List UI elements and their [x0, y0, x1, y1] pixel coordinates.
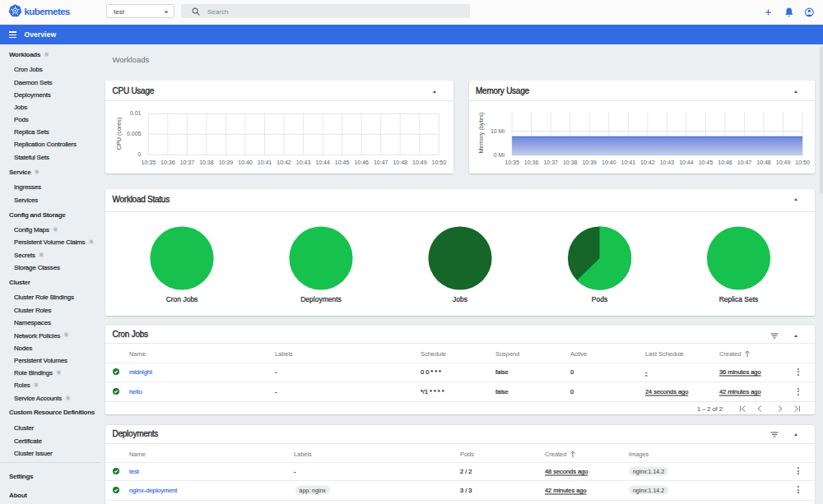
svg-text:0: 0: [138, 151, 142, 157]
svg-text:10:50: 10:50: [795, 160, 810, 165]
svg-text:10:43: 10:43: [296, 160, 311, 165]
svg-text:10:49: 10:49: [775, 160, 790, 165]
svg-text:10:48: 10:48: [393, 160, 407, 165]
svg-text:0.005: 0.005: [127, 131, 142, 136]
svg-text:10:37: 10:37: [543, 160, 558, 165]
svg-text:10:40: 10:40: [238, 160, 253, 165]
svg-text:10:45: 10:45: [335, 160, 350, 165]
svg-text:10:49: 10:49: [412, 160, 427, 165]
svg-text:CPU (cores): CPU (cores): [115, 118, 123, 150]
svg-text:10:37: 10:37: [180, 160, 195, 165]
svg-text:10:39: 10:39: [582, 160, 597, 165]
svg-text:10:41: 10:41: [621, 160, 635, 165]
svg-text:0 Mi: 0 Mi: [493, 152, 504, 158]
svg-text:10:46: 10:46: [354, 160, 369, 165]
svg-text:10:47: 10:47: [737, 160, 751, 165]
svg-text:10:38: 10:38: [562, 160, 577, 165]
svg-text:10:46: 10:46: [718, 160, 732, 165]
svg-text:Memory (bytes): Memory (bytes): [477, 113, 485, 154]
svg-text:10:50: 10:50: [432, 160, 447, 165]
svg-text:10:44: 10:44: [315, 160, 330, 165]
svg-text:10:35: 10:35: [504, 160, 519, 165]
svg-text:10:48: 10:48: [756, 160, 771, 165]
svg-text:10:42: 10:42: [277, 160, 291, 165]
svg-text:10:42: 10:42: [640, 160, 655, 165]
svg-text:10:44: 10:44: [679, 160, 694, 165]
svg-text:10:40: 10:40: [602, 160, 616, 165]
svg-text:10:41: 10:41: [258, 160, 272, 165]
svg-text:10:38: 10:38: [199, 160, 214, 165]
svg-text:10:39: 10:39: [219, 160, 234, 165]
svg-text:10:36: 10:36: [523, 160, 538, 165]
svg-text:0.01: 0.01: [130, 110, 142, 116]
svg-text:10:45: 10:45: [698, 160, 713, 165]
svg-text:10:35: 10:35: [142, 160, 156, 165]
svg-text:10:47: 10:47: [374, 160, 388, 165]
svg-text:10 Mi: 10 Mi: [490, 128, 504, 134]
svg-text:10:43: 10:43: [659, 160, 674, 165]
svg-text:10:36: 10:36: [160, 160, 175, 165]
